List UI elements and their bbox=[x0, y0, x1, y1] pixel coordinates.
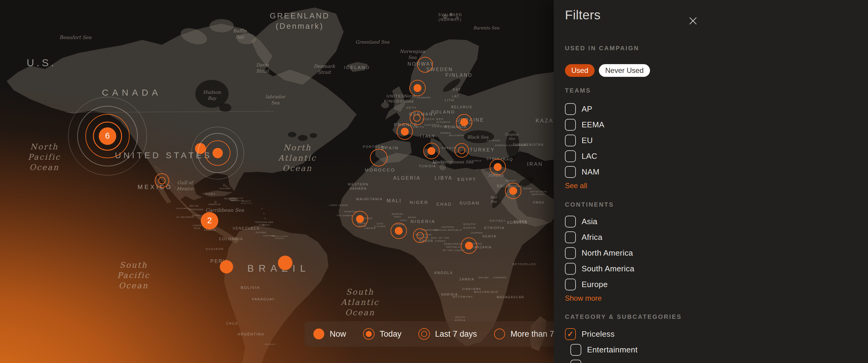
marker-ring bbox=[458, 147, 465, 154]
checkbox-icon[interactable] bbox=[565, 231, 576, 243]
checkbox-row-categories-item[interactable] bbox=[570, 358, 638, 363]
checkbox-label: NAM bbox=[582, 167, 599, 177]
checkbox-row-teams-nam[interactable]: NAM bbox=[565, 164, 604, 180]
close-icon[interactable] bbox=[686, 14, 700, 28]
checkbox-label: Asia bbox=[582, 217, 597, 226]
legend-item-last-7-days: Last 7 days bbox=[418, 328, 477, 340]
marker-dot bbox=[356, 215, 364, 223]
checkbox-icon[interactable] bbox=[570, 344, 581, 356]
marker-dot bbox=[465, 242, 473, 250]
checkbox-row-categories-entertainment[interactable]: Entertainment bbox=[570, 342, 638, 358]
marker-ring bbox=[370, 149, 388, 166]
checkbox-icon[interactable] bbox=[565, 247, 576, 259]
filters-panel: Filters USED IN CAMPAIGN UsedNever Used … bbox=[554, 0, 868, 363]
checkbox-row-continents-south-america[interactable]: South America bbox=[565, 261, 634, 276]
checkbox-label: North America bbox=[582, 249, 633, 258]
checkbox-row-continents-europe[interactable]: Europe bbox=[565, 276, 634, 292]
marker-dot bbox=[413, 84, 422, 92]
categories-list: ✓PricelessEntertainment bbox=[565, 326, 638, 363]
legend-older-icon bbox=[493, 328, 506, 340]
marker-dot bbox=[460, 118, 468, 126]
marker-ring bbox=[413, 114, 421, 122]
marker-ring bbox=[421, 331, 427, 337]
marker-ring bbox=[417, 57, 433, 73]
see-all-link[interactable]: See all bbox=[565, 182, 587, 190]
marker-dot bbox=[494, 163, 502, 171]
legend-label: Now bbox=[330, 329, 346, 339]
checkbox-label: Entertainment bbox=[587, 345, 638, 355]
section-categories: CATEGORY & SUBCATEGORIES bbox=[565, 314, 682, 320]
legend-now-icon bbox=[312, 328, 325, 340]
checkbox-icon[interactable] bbox=[570, 360, 581, 363]
checkbox-row-continents-africa[interactable]: Africa bbox=[565, 229, 634, 245]
checkbox-checked-icon[interactable]: ✓ bbox=[565, 328, 576, 340]
marker-dot bbox=[366, 331, 372, 337]
marker-dot bbox=[313, 329, 324, 339]
legend-last7-icon bbox=[418, 328, 431, 340]
marker-dot bbox=[278, 256, 292, 270]
section-continents: CONTINENTS bbox=[565, 201, 614, 208]
checkbox-row-continents-asia[interactable]: Asia bbox=[565, 213, 634, 229]
checkbox-label: Africa bbox=[582, 233, 602, 242]
marker-dot bbox=[395, 227, 403, 235]
marker-count: 6 bbox=[105, 131, 110, 141]
marker-ring bbox=[416, 232, 424, 239]
legend-label: Today bbox=[380, 329, 401, 339]
checkbox-row-teams-lac[interactable]: LAC bbox=[565, 148, 604, 164]
never-used-pill[interactable]: Never Used bbox=[599, 64, 650, 77]
marker-ring bbox=[158, 177, 165, 184]
teams-list: APEEMAEULACNAM bbox=[565, 101, 604, 180]
legend-item-now: Now bbox=[312, 328, 346, 340]
checkbox-label: Europe bbox=[582, 280, 608, 289]
section-teams: TEAMS bbox=[565, 87, 591, 94]
continents-list: AsiaAfricaNorth AmericaSouth AmericaEuro… bbox=[565, 213, 634, 292]
map-legend: NowTodayLast 7 daysMore than 7 days ago bbox=[305, 321, 565, 346]
legend-today-icon bbox=[363, 328, 375, 340]
checkbox-row-categories-priceless[interactable]: ✓Priceless bbox=[565, 326, 638, 342]
legend-item-today: Today bbox=[363, 328, 401, 340]
checkbox-icon[interactable] bbox=[565, 278, 576, 290]
checkbox-icon[interactable] bbox=[565, 150, 576, 162]
checkbox-label: South America bbox=[582, 264, 634, 273]
marker-dot bbox=[401, 128, 409, 135]
used-pill[interactable]: Used bbox=[565, 64, 595, 77]
marker-ring bbox=[494, 329, 505, 339]
panel-title: Filters bbox=[565, 8, 601, 22]
checkbox-icon[interactable] bbox=[565, 216, 576, 228]
checkbox-label: EU bbox=[582, 136, 593, 145]
used-in-campaign-toggle: UsedNever Used bbox=[565, 64, 650, 77]
checkbox-row-teams-eema[interactable]: EEMA bbox=[565, 117, 604, 132]
section-used-in-campaign: USED IN CAMPAIGN bbox=[565, 45, 639, 52]
checkbox-label: AP bbox=[582, 104, 592, 114]
marker-dot bbox=[220, 260, 233, 273]
checkbox-icon[interactable] bbox=[565, 166, 576, 178]
checkbox-icon[interactable] bbox=[565, 103, 576, 115]
checkbox-label: LAC bbox=[582, 152, 597, 161]
checkbox-icon[interactable] bbox=[565, 119, 576, 131]
checkbox-label: EEMA bbox=[582, 120, 604, 129]
show-more-link[interactable]: Show more bbox=[565, 294, 601, 302]
checkbox-label: Priceless bbox=[582, 329, 615, 339]
legend-label: Last 7 days bbox=[435, 329, 477, 339]
marker-dot bbox=[428, 147, 435, 155]
checkbox-icon[interactable] bbox=[565, 263, 576, 275]
checkbox-icon[interactable] bbox=[565, 135, 576, 146]
marker-count: 2 bbox=[207, 216, 212, 225]
app-window: Beaufort SeaU.S.CANADAUNITED STATESMEXIC… bbox=[0, 0, 868, 363]
marker-dot bbox=[213, 148, 223, 158]
checkbox-row-teams-ap[interactable]: AP bbox=[565, 101, 604, 117]
checkbox-row-continents-north-america[interactable]: North America bbox=[565, 245, 634, 261]
marker-dot bbox=[509, 187, 517, 195]
checkbox-row-teams-eu[interactable]: EU bbox=[565, 132, 604, 148]
